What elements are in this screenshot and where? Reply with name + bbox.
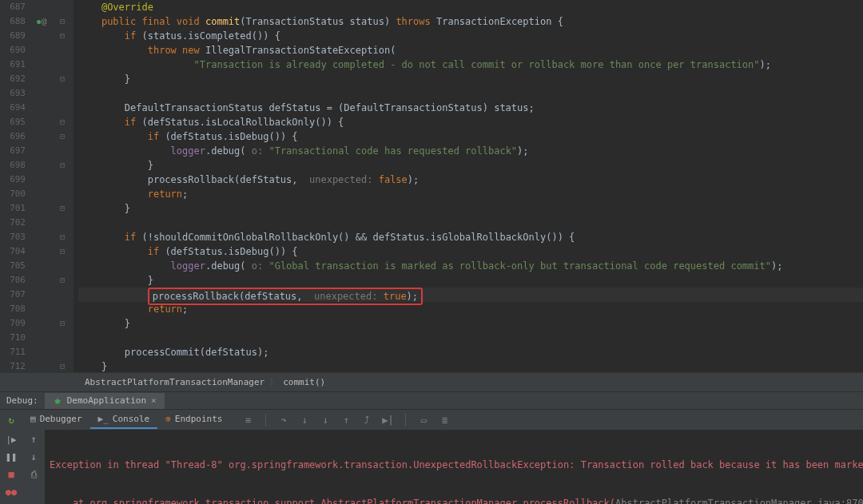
fold-toggle-icon[interactable]: ⊟ (54, 359, 70, 372)
threads-icon[interactable]: ≡ (241, 414, 254, 427)
line-number[interactable]: 704 (0, 244, 29, 259)
force-step-into-icon[interactable]: ↓ (319, 414, 332, 427)
step-out-icon[interactable]: ↑ (340, 414, 352, 427)
line-number[interactable]: 688 (0, 14, 29, 29)
line-number[interactable]: 712 (0, 359, 29, 372)
code-line[interactable] (78, 216, 863, 230)
step-over-icon[interactable]: ↷ (277, 414, 290, 427)
breadcrumb[interactable]: AbstractPlatformTransactionManager 〉 com… (0, 372, 863, 391)
code-editor[interactable]: 687688@⊟689⊟690691692⊟693694695⊟696⊟6976… (0, 0, 863, 372)
code-line[interactable]: public final void commit(TransactionStat… (78, 14, 863, 29)
line-number[interactable]: 706 (0, 273, 29, 288)
code-line[interactable]: @Override (78, 0, 863, 14)
code-line[interactable]: logger.debug( o: "Global transaction is … (78, 259, 863, 273)
line-number[interactable]: 700 (0, 187, 29, 201)
fold-toggle-icon[interactable]: ⊟ (54, 115, 70, 129)
line-number[interactable]: 709 (0, 316, 29, 331)
run-config-tab[interactable]: DemoApplication × (45, 393, 165, 409)
tab-debugger[interactable]: ▤ Debugger (22, 411, 90, 429)
pause-button[interactable]: ❚❚ (5, 450, 18, 463)
code-area[interactable]: @Override public final void commit(Trans… (74, 0, 863, 372)
snapshot-icon[interactable]: ⎙ (27, 468, 40, 481)
fold-toggle-icon[interactable]: ⊟ (54, 244, 70, 259)
chevron-right-icon: 〉 (269, 376, 278, 388)
code-line[interactable]: if (defStatus.isLocalRollbackOnly()) { (78, 115, 863, 129)
gutter-mark[interactable]: @ (29, 14, 54, 29)
tab-console[interactable]: ▶_ Console (90, 411, 158, 429)
stop-button[interactable]: ■ (5, 468, 18, 481)
fold-toggle-icon[interactable]: ⊟ (54, 316, 70, 331)
line-number[interactable]: 710 (0, 331, 29, 345)
code-line[interactable]: logger.debug( o: "Transactional code has… (78, 144, 863, 158)
code-line[interactable]: } (78, 273, 863, 288)
code-line[interactable]: } (78, 359, 863, 372)
code-line[interactable]: "Transaction is already completed - do n… (78, 58, 863, 72)
line-number[interactable]: 708 (0, 302, 29, 316)
code-line[interactable]: processRollback(defStatus, unexpected: t… (78, 288, 863, 302)
debugger-icon: ▤ (30, 414, 36, 424)
code-line[interactable]: processCommit(defStatus); (78, 345, 863, 359)
line-number[interactable]: 698 (0, 158, 29, 173)
code-line[interactable]: processRollback(defStatus, unexpected: f… (78, 173, 863, 187)
console-icon: ▶_ (98, 414, 109, 424)
breadcrumb-file[interactable]: AbstractPlatformTransactionManager (80, 377, 269, 387)
line-number[interactable]: 691 (0, 58, 29, 72)
code-line[interactable]: DefaultTransactionStatus defStatus = (De… (78, 101, 863, 115)
console-panel: |▶ ❚❚ ■ ●● ↑ ↓ ⎙ Exception in thread "Th… (0, 430, 863, 504)
line-number[interactable]: 699 (0, 173, 29, 187)
line-number[interactable]: 696 (0, 129, 29, 144)
rerun-button[interactable]: ↻ (0, 410, 22, 430)
code-line[interactable]: throw new IllegalTransactionStateExcepti… (78, 43, 863, 58)
fold-toggle-icon[interactable]: ⊟ (54, 158, 70, 173)
drop-frame-icon[interactable]: ⤴ (360, 414, 373, 427)
line-number[interactable]: 687 (0, 0, 29, 14)
fold-toggle-icon[interactable]: ⊟ (54, 273, 70, 288)
line-number[interactable]: 711 (0, 345, 29, 359)
code-line[interactable]: if (!shouldCommitOnGlobalRollbackOnly() … (78, 230, 863, 244)
breadcrumb-method[interactable]: commit() (278, 377, 330, 387)
trace-icon[interactable]: ≣ (438, 414, 451, 427)
fold-toggle-icon[interactable]: ⊟ (54, 72, 70, 86)
evaluate-icon[interactable]: ▭ (417, 414, 430, 427)
view-breakpoints-button[interactable]: ●● (5, 486, 18, 498)
close-icon[interactable]: × (151, 395, 157, 406)
code-line[interactable]: if (defStatus.isDebug()) { (78, 244, 863, 259)
down-stack-icon[interactable]: ↓ (27, 450, 40, 463)
stack-link[interactable]: AbstractPlatformTransactionManager.java:… (615, 498, 863, 504)
code-line[interactable]: } (78, 316, 863, 331)
editor-gutter[interactable]: 687688@⊟689⊟690691692⊟693694695⊟696⊟6976… (0, 0, 74, 372)
line-number[interactable]: 701 (0, 201, 29, 216)
override-icon: @ (42, 14, 47, 29)
fold-toggle-icon[interactable]: ⊟ (54, 29, 70, 43)
line-number[interactable]: 705 (0, 259, 29, 273)
line-number[interactable]: 690 (0, 43, 29, 58)
code-line[interactable] (78, 331, 863, 345)
tab-endpoints[interactable]: ⊕ Endpoints (157, 411, 230, 429)
console-output[interactable]: Exception in thread "Thread-8" org.sprin… (45, 430, 863, 504)
line-number[interactable]: 703 (0, 230, 29, 244)
run-to-cursor-icon[interactable]: ▶| (381, 414, 394, 427)
line-number[interactable]: 695 (0, 115, 29, 129)
fold-toggle-icon[interactable]: ⊟ (54, 14, 70, 29)
line-number[interactable]: 702 (0, 216, 29, 230)
line-number[interactable]: 707 (0, 288, 29, 302)
debugger-tool-row: ↻ ▤ Debugger ▶_ Console ⊕ Endpoints ≡ ↷ … (0, 409, 863, 430)
line-number[interactable]: 693 (0, 86, 29, 101)
code-line[interactable]: } (78, 158, 863, 173)
resume-button[interactable]: |▶ (5, 433, 18, 446)
fold-toggle-icon[interactable]: ⊟ (54, 230, 70, 244)
step-into-icon[interactable]: ↓ (298, 414, 311, 427)
code-line[interactable]: if (defStatus.isDebug()) { (78, 129, 863, 144)
line-number[interactable]: 692 (0, 72, 29, 86)
fold-toggle-icon[interactable]: ⊟ (54, 201, 70, 216)
fold-toggle-icon[interactable]: ⊟ (54, 129, 70, 144)
code-line[interactable]: if (status.isCompleted()) { (78, 29, 863, 43)
code-line[interactable] (78, 86, 863, 101)
line-number[interactable]: 697 (0, 144, 29, 158)
line-number[interactable]: 694 (0, 101, 29, 115)
code-line[interactable]: } (78, 201, 863, 216)
code-line[interactable]: return; (78, 187, 863, 201)
code-line[interactable]: } (78, 72, 863, 86)
up-stack-icon[interactable]: ↑ (27, 433, 40, 446)
line-number[interactable]: 689 (0, 29, 29, 43)
